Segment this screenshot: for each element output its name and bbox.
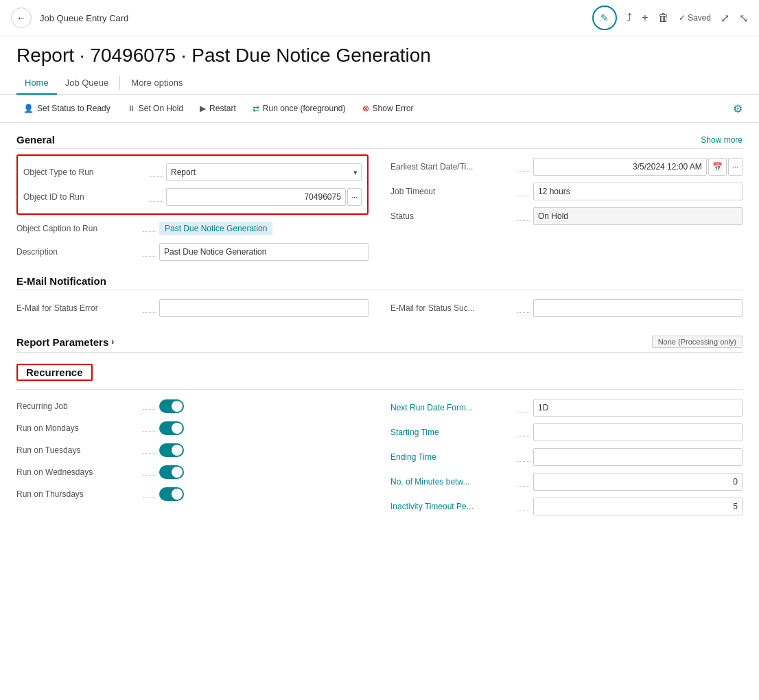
recurrence-section: Recurrence Recurring Job Run on Mondays	[16, 364, 743, 519]
object-id-input[interactable]	[166, 188, 346, 206]
earliest-start-input-group: 📅 ···	[533, 158, 743, 176]
recurrence-left-col: Recurring Job Run on Mondays Run	[16, 395, 369, 519]
run-mondays-label: Run on Mondays	[16, 423, 140, 433]
run-wednesdays-toggle[interactable]	[159, 465, 184, 479]
inactivity-input[interactable]	[533, 498, 743, 515]
next-run-value	[533, 399, 743, 417]
edit-button[interactable]: ✎	[592, 5, 617, 30]
run-thursdays-toggle[interactable]	[159, 487, 184, 501]
set-status-ready-button[interactable]: 👤 Set Status to Ready	[16, 100, 117, 117]
recurring-job-row: Recurring Job	[16, 395, 369, 417]
general-right-col: Earliest Start Date/Ti... 📅 ··· Job Time…	[390, 154, 743, 264]
job-timeout-input[interactable]	[533, 183, 743, 200]
next-run-input[interactable]	[533, 399, 743, 417]
pause-icon: ⏸	[127, 104, 135, 113]
pin-icon[interactable]: ⚙	[733, 102, 743, 115]
general-title: General	[16, 134, 55, 145]
object-id-row: Object ID to Run ···	[23, 185, 362, 209]
inactivity-value	[533, 498, 743, 515]
earliest-start-input[interactable]	[533, 158, 707, 176]
earliest-start-row: Earliest Start Date/Ti... 📅 ···	[390, 154, 743, 179]
run-mondays-toggle-wrapper	[159, 421, 369, 435]
restart-button[interactable]: ▶ Restart	[193, 100, 243, 117]
nav-divider	[119, 76, 120, 90]
set-on-hold-button[interactable]: ⏸ Set On Hold	[120, 100, 190, 117]
earliest-start-more-button[interactable]: ···	[728, 158, 743, 176]
email-left-col: E-Mail for Status Error	[16, 296, 369, 320]
object-type-row: Object Type to Run Report	[23, 160, 362, 185]
email-title: E-Mail Notification	[16, 275, 106, 287]
run-tuesdays-toggle[interactable]	[159, 443, 184, 457]
run-wednesdays-row: Run on Wednesdays	[16, 461, 369, 483]
recurring-job-toggle[interactable]	[159, 399, 184, 413]
back-button[interactable]: ←	[11, 8, 32, 28]
object-id-label: Object ID to Run	[23, 192, 147, 202]
back-icon: ←	[16, 12, 26, 23]
email-success-row: E-Mail for Status Suc...	[390, 296, 743, 320]
email-success-value	[533, 299, 743, 317]
add-icon[interactable]: +	[642, 12, 648, 24]
no-minutes-label: No. of Minutes betw...	[390, 477, 514, 487]
action-bar: 👤 Set Status to Ready ⏸ Set On Hold ▶ Re…	[0, 95, 759, 123]
starting-time-input[interactable]	[533, 423, 743, 441]
report-params-title: Report Parameters ›	[16, 336, 114, 348]
fullscreen-icon[interactable]: ⤡	[739, 12, 748, 25]
ending-time-input[interactable]	[533, 448, 743, 466]
chevron-right-icon: ›	[111, 337, 114, 347]
run-thursdays-row: Run on Thursdays	[16, 483, 369, 505]
run-tuesdays-toggle-wrapper	[159, 443, 369, 457]
highlight-box: Object Type to Run Report Object ID to R…	[16, 154, 369, 215]
email-form: E-Mail for Status Error E-Mail for Statu…	[16, 296, 743, 320]
report-parameters-section: Report Parameters › None (Processing onl…	[16, 331, 743, 353]
starting-time-row: Starting Time	[390, 420, 743, 445]
topbar-icons: ✎ ⤴ + 🗑 ✓ Saved ⤢ ⤡	[592, 5, 748, 30]
description-input[interactable]	[159, 243, 369, 261]
email-error-value	[159, 299, 369, 317]
email-right-col: E-Mail for Status Suc...	[390, 296, 743, 320]
delete-icon[interactable]: 🗑	[658, 12, 669, 24]
show-more-link[interactable]: Show more	[701, 135, 743, 145]
email-error-label: E-Mail for Status Error	[16, 303, 140, 313]
run-mondays-toggle[interactable]	[159, 421, 184, 435]
run-thursdays-label: Run on Thursdays	[16, 489, 140, 499]
object-type-select-wrapper[interactable]: Report	[166, 163, 362, 181]
description-row: Description	[16, 240, 369, 264]
starting-time-value	[533, 423, 743, 441]
topbar-title: Job Queue Entry Card	[40, 13, 128, 23]
inactivity-row: Inactivity Timeout Pe...	[390, 494, 743, 519]
general-section-header: General Show more	[16, 134, 743, 149]
page-title: Report · 70496075 · Past Due Notice Gene…	[0, 36, 759, 72]
status-input	[533, 207, 743, 225]
expand-icon[interactable]: ⤢	[721, 12, 729, 25]
earliest-start-value: 📅 ···	[533, 158, 743, 176]
object-type-select[interactable]: Report	[166, 163, 362, 181]
object-caption-value-wrapper: Past Due Notice Generation	[159, 222, 369, 235]
job-timeout-row: Job Timeout	[390, 179, 743, 204]
calendar-button[interactable]: 📅	[708, 158, 727, 176]
next-run-label: Next Run Date Form...	[390, 403, 514, 412]
general-left-col: Object Type to Run Report Object ID to R…	[16, 154, 369, 264]
email-success-input[interactable]	[533, 299, 743, 317]
edit-icon: ✎	[600, 12, 609, 23]
recurrence-box: Recurrence	[16, 364, 93, 381]
saved-status: ✓ Saved	[679, 13, 711, 23]
no-minutes-value	[533, 473, 743, 491]
object-id-value: ···	[166, 188, 362, 206]
starting-time-label: Starting Time	[390, 428, 514, 437]
object-id-lookup-button[interactable]: ···	[347, 188, 362, 206]
no-minutes-input[interactable]	[533, 473, 743, 491]
show-error-button[interactable]: ⊗ Show Error	[355, 100, 421, 117]
tab-job-queue[interactable]: Job Queue	[57, 72, 117, 95]
tab-more-options[interactable]: More options	[123, 72, 191, 95]
ending-time-row: Ending Time	[390, 445, 743, 469]
recurrence-title: Recurrence	[26, 366, 83, 378]
recurrence-right-col: Next Run Date Form... Starting Time	[390, 395, 743, 519]
object-caption-value: Past Due Notice Generation	[159, 222, 272, 235]
run-once-button[interactable]: ⇄ Run once (foreground)	[246, 100, 353, 117]
tab-home[interactable]: Home	[16, 72, 57, 95]
share-icon[interactable]: ⤴	[627, 12, 632, 24]
object-caption-label: Object Caption to Run	[16, 224, 140, 233]
email-error-input[interactable]	[159, 299, 369, 317]
recurring-job-label: Recurring Job	[16, 401, 140, 411]
next-run-row: Next Run Date Form...	[390, 395, 743, 420]
